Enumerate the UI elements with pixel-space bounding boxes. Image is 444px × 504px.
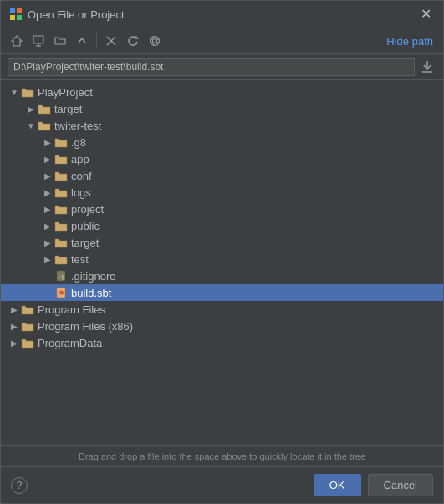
cancel-button[interactable]: Cancel — [368, 474, 433, 496]
network-button[interactable] — [145, 32, 164, 50]
file-tree[interactable]: ▼ PlayProject ▶ target ▼ twiter-test — [1, 80, 443, 445]
help-icon: ? — [17, 480, 23, 491]
git-file-icon: .g — [54, 269, 68, 283]
ok-button[interactable]: OK — [314, 474, 361, 496]
home-icon — [11, 35, 23, 47]
refresh-button[interactable] — [124, 32, 142, 50]
title-bar-left: Open File or Project — [9, 8, 125, 21]
dialog-title: Open File or Project — [28, 8, 125, 21]
tree-arrow: ▶ — [41, 188, 54, 197]
path-bar — [1, 54, 443, 80]
svg-rect-5 — [33, 36, 43, 43]
folder-icon — [54, 219, 68, 232]
sbt-file-icon — [54, 286, 68, 299]
tree-arrow: ▶ — [41, 255, 54, 264]
app-icon — [9, 8, 23, 21]
tree-arrow: ▶ — [41, 155, 54, 164]
tree-arrow: ▶ — [41, 171, 54, 181]
help-button[interactable]: ? — [11, 477, 28, 494]
tree-arrow: ▼ — [8, 88, 21, 97]
toolbar: Hide path — [1, 28, 443, 54]
tree-arrow: ▶ — [8, 322, 21, 331]
tree-label: project — [71, 203, 104, 216]
arrow-up-icon — [76, 35, 88, 47]
svg-point-19 — [59, 291, 64, 295]
folder-open-icon — [54, 35, 66, 47]
desktop-button[interactable] — [29, 32, 48, 50]
network-icon — [149, 35, 161, 47]
tree-item-programfilesx86[interactable]: ▶ Program Files (x86) — [1, 318, 443, 334]
folder-icon — [54, 135, 68, 149]
folder-button[interactable] — [51, 32, 69, 50]
tree-label: logs — [71, 186, 91, 199]
refresh-icon — [127, 35, 139, 47]
svg-rect-0 — [10, 8, 15, 13]
up-button[interactable] — [73, 32, 91, 50]
tree-label: ProgramData — [38, 337, 102, 349]
tree-arrow: ▼ — [24, 121, 38, 130]
folder-icon — [54, 252, 68, 266]
tree-arrow: ▶ — [41, 221, 54, 231]
tree-arrow: ▶ — [41, 138, 54, 147]
tree-item-g8[interactable]: ▶ .g8 — [1, 134, 443, 150]
path-input[interactable] — [8, 58, 415, 76]
folder-icon — [38, 102, 51, 115]
tree-label: twiter-test — [54, 120, 101, 132]
tree-label: PlayProject — [38, 86, 93, 99]
tree-item-playproject[interactable]: ▼ PlayProject — [1, 84, 443, 100]
folder-icon — [21, 303, 34, 316]
tree-item-programdata[interactable]: ▶ ProgramData — [1, 334, 443, 351]
tree-item-conf[interactable]: ▶ conf — [1, 167, 443, 184]
tree-item-project[interactable]: ▶ project — [1, 201, 443, 217]
tree-item-public[interactable]: ▶ public — [1, 217, 443, 234]
tree-arrow: ▶ — [8, 339, 21, 348]
tree-arrow: ▶ — [41, 205, 54, 214]
tree-label: public — [71, 220, 100, 232]
tree-item-twiter-test[interactable]: ▼ twiter-test — [1, 117, 443, 134]
folder-icon — [21, 319, 34, 333]
delete-button[interactable] — [102, 32, 120, 50]
tree-item-target2[interactable]: ▶ target — [1, 234, 443, 251]
tree-arrow: ▶ — [8, 305, 21, 314]
title-bar: Open File or Project ✕ — [1, 1, 443, 28]
tree-label: .g8 — [71, 136, 86, 149]
status-bar: Drag and drop a file into the space abov… — [1, 445, 443, 466]
close-button[interactable]: ✕ — [417, 6, 435, 23]
home-button[interactable] — [8, 32, 26, 50]
tree-arrow: ▶ — [24, 104, 38, 114]
svg-point-11 — [153, 37, 157, 46]
tree-item-test[interactable]: ▶ test — [1, 251, 443, 267]
tree-label: build.sbt — [71, 287, 111, 299]
download-button[interactable] — [418, 58, 436, 76]
tree-item-app[interactable]: ▶ app — [1, 150, 443, 167]
tree-item-logs[interactable]: ▶ logs — [1, 184, 443, 201]
svg-marker-4 — [12, 36, 22, 46]
delete-icon — [105, 35, 117, 47]
folder-icon — [54, 169, 68, 182]
folder-icon — [54, 186, 68, 199]
status-message: Drag and drop a file into the space abov… — [79, 451, 365, 461]
folder-icon — [38, 119, 51, 132]
tree-label: target — [54, 103, 82, 115]
svg-text:.g: .g — [58, 273, 64, 280]
tree-item-gitignore[interactable]: .g .gitignore — [1, 267, 443, 284]
svg-rect-1 — [17, 8, 22, 13]
svg-rect-2 — [10, 15, 15, 20]
folder-icon — [54, 152, 68, 165]
hide-path-button[interactable]: Hide path — [383, 33, 436, 49]
toolbar-separator-1 — [96, 33, 97, 48]
tree-item-target1[interactable]: ▶ target — [1, 100, 443, 117]
tree-item-programfiles[interactable]: ▶ Program Files — [1, 301, 443, 318]
folder-icon — [54, 202, 68, 216]
tree-label: target — [71, 237, 99, 249]
tree-label: app — [71, 153, 89, 165]
tree-item-buildsbt[interactable]: build.sbt — [1, 284, 443, 301]
monitor-icon — [33, 35, 44, 47]
folder-icon — [21, 85, 34, 99]
tree-label: Program Files (x86) — [38, 320, 133, 333]
folder-icon — [21, 336, 34, 349]
dialog: Open File or Project ✕ — [0, 0, 444, 504]
tree-label: conf — [71, 170, 92, 182]
folder-icon — [54, 236, 68, 249]
bottom-bar: ? OK Cancel — [1, 466, 443, 503]
